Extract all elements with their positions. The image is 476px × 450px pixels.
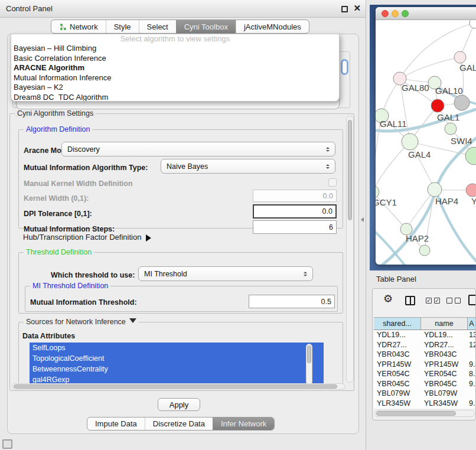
stepper-arrows-icon: [326, 164, 330, 169]
column-header[interactable]: name: [421, 318, 468, 330]
algorithm-option[interactable]: Bayesian – K2: [11, 83, 339, 93]
mi-steps-field[interactable]: 6: [253, 220, 337, 234]
minimized-panel-icon[interactable]: [2, 439, 12, 449]
column-header[interactable]: shared...: [374, 318, 421, 330]
table-row[interactable]: YBL079WYBL079W: [374, 389, 475, 399]
table-row[interactable]: YDR27...YDR27...12: [374, 340, 475, 350]
tab-network[interactable]: Network: [51, 20, 106, 33]
mi-threshold-value: 0.5: [321, 298, 331, 306]
sources-title[interactable]: Sources for Network Inference: [24, 318, 139, 327]
network-window-titlebar[interactable]: [376, 7, 476, 20]
tab-label: Network: [70, 22, 98, 31]
node-label: GAL11: [380, 119, 407, 129]
node-label: GAL80: [402, 83, 429, 93]
tab-jactivemnodules[interactable]: jActiveMNodules: [236, 20, 309, 33]
which-threshold-select[interactable]: MI Threshold: [138, 266, 313, 281]
kernel-width-label: Kernel Width (0,1):: [24, 194, 89, 203]
table-row[interactable]: YLR345WYLR345W9.: [374, 399, 475, 409]
table-row[interactable]: YBR043CYBR043C: [374, 350, 475, 360]
mi-type-value: Naive Bayes: [167, 162, 208, 171]
settings-vertical-scrollbar[interactable]: [346, 116, 354, 383]
algorithm-definition-group: Algorithm Definition Aracne Mode: Discov…: [18, 129, 343, 229]
dpi-tolerance-field[interactable]: 0.0: [253, 204, 337, 219]
settings-horizontal-scrollbar[interactable]: [12, 383, 345, 390]
algorithm-option[interactable]: Dream8 DC_TDC Algorithm: [11, 93, 339, 102]
table-row[interactable]: YBR045CYBR045C9.: [374, 379, 475, 389]
zoom-traffic-light-icon[interactable]: [402, 10, 409, 17]
tab-label: Infer Network: [221, 419, 266, 428]
mi-threshold-field[interactable]: 0.5: [249, 295, 335, 308]
mi-algorithm-type-select[interactable]: Naive Bayes: [161, 159, 335, 174]
attributes-scrollbar[interactable]: [306, 344, 312, 385]
focused-combo-fragment[interactable]: [341, 59, 348, 75]
algorithm-option[interactable]: Mutual Information Inference: [11, 73, 339, 83]
tab-cyni-toolbox[interactable]: Cyni Toolbox: [176, 20, 236, 33]
table-cell: [468, 350, 475, 360]
float-window-icon[interactable]: [341, 6, 348, 12]
attribute-list-item[interactable]: SelfLoops: [30, 343, 324, 353]
hub-definition-expander[interactable]: Hub/Transcription Factor Definition: [23, 233, 155, 242]
apply-button-label: Apply: [169, 400, 189, 409]
algorithm-option[interactable]: ARACNE Algorithm: [11, 63, 339, 73]
manual-kernel-checkbox[interactable]: [328, 178, 337, 187]
tab-discretize-data[interactable]: Discretize Data: [145, 418, 213, 430]
tab-style[interactable]: Style: [106, 20, 139, 33]
table-horizontal-scrollbar[interactable]: [374, 410, 475, 417]
control-panel-titlebar: Control Panel ✕: [0, 0, 366, 18]
aracne-mode-select[interactable]: Discovery: [61, 142, 335, 156]
deselect-all-checks-icon[interactable]: [446, 298, 461, 304]
close-icon[interactable]: ✕: [353, 3, 361, 14]
table-header-row[interactable]: shared...nameA: [374, 318, 475, 330]
sources-title-label: Sources for Network Inference: [26, 318, 126, 326]
algorithm-option[interactable]: Bayesian – Hill Climbing: [11, 44, 339, 54]
network-node[interactable]: [431, 99, 444, 112]
network-edge[interactable]: [400, 57, 460, 79]
column-header[interactable]: A: [468, 318, 475, 330]
network-node[interactable]: [454, 95, 470, 110]
node-label: GAL4: [408, 149, 431, 159]
network-node[interactable]: [470, 20, 476, 28]
network-node[interactable]: [402, 133, 418, 150]
table-cell: YPR145W: [421, 360, 468, 370]
tab-infer-network[interactable]: Infer Network: [213, 418, 274, 430]
table-row[interactable]: YPR145WYPR145W9.: [374, 360, 475, 370]
close-traffic-light-icon[interactable]: [382, 10, 389, 17]
new-table-file-icon[interactable]: [468, 295, 476, 305]
tab-impute-data[interactable]: Impute Data: [87, 418, 145, 430]
network-node[interactable]: [465, 147, 476, 165]
network-edge[interactable]: [376, 142, 410, 192]
columns-icon[interactable]: [405, 296, 415, 305]
attribute-list-item[interactable]: TopologicalCoefficient: [30, 353, 324, 364]
network-node[interactable]: [445, 123, 457, 135]
attribute-list-item[interactable]: BetweennessCentrality: [30, 364, 324, 374]
which-threshold-value: MI Threshold: [144, 270, 187, 278]
table-row[interactable]: YIL052CYIL052C9: [374, 408, 475, 409]
table-cell: YIL052C: [421, 408, 468, 409]
network-node[interactable]: [419, 245, 430, 256]
gear-icon[interactable]: ⚙: [383, 294, 393, 304]
mi-steps-label: Mutual Information Steps:: [24, 225, 115, 233]
table-cell: YLR345W: [421, 399, 468, 409]
select-all-checks-icon[interactable]: ✓✓: [426, 298, 440, 304]
right-region: GALGAL80GAL10GAL1GAL11SWI4GAL4GCY1HAP4YH…: [366, 0, 476, 450]
node-label: SWI4: [451, 136, 472, 146]
table-row[interactable]: YER054CYER054C8.: [374, 369, 475, 379]
table-row[interactable]: YDL19...YDL19...13: [374, 330, 475, 340]
network-node[interactable]: [466, 184, 476, 197]
data-attributes-list[interactable]: SelfLoopsTopologicalCoefficientBetweenne…: [30, 343, 324, 386]
network-node[interactable]: [454, 51, 466, 63]
splitter-collapse-icon[interactable]: [358, 217, 364, 222]
apply-button[interactable]: Apply: [158, 398, 200, 411]
hub-definition-label: Hub/Transcription Factor Definition: [23, 233, 141, 242]
tab-select[interactable]: Select: [139, 20, 176, 33]
table-cell: [468, 389, 475, 399]
kernel-width-field[interactable]: 0.0: [253, 190, 337, 202]
threshold-definition-title: Threshold Definition: [24, 248, 94, 256]
network-node[interactable]: [428, 182, 442, 197]
minimize-traffic-light-icon[interactable]: [392, 10, 399, 17]
network-view-window[interactable]: GALGAL80GAL10GAL1GAL11SWI4GAL4GCY1HAP4YH…: [376, 7, 476, 265]
network-canvas[interactable]: GALGAL80GAL10GAL1GAL11SWI4GAL4GCY1HAP4YH…: [376, 20, 476, 265]
algorithm-option[interactable]: Basic Correlation Inference: [11, 54, 339, 64]
network-node[interactable]: [376, 185, 379, 198]
table-cell: 9.: [468, 360, 475, 370]
